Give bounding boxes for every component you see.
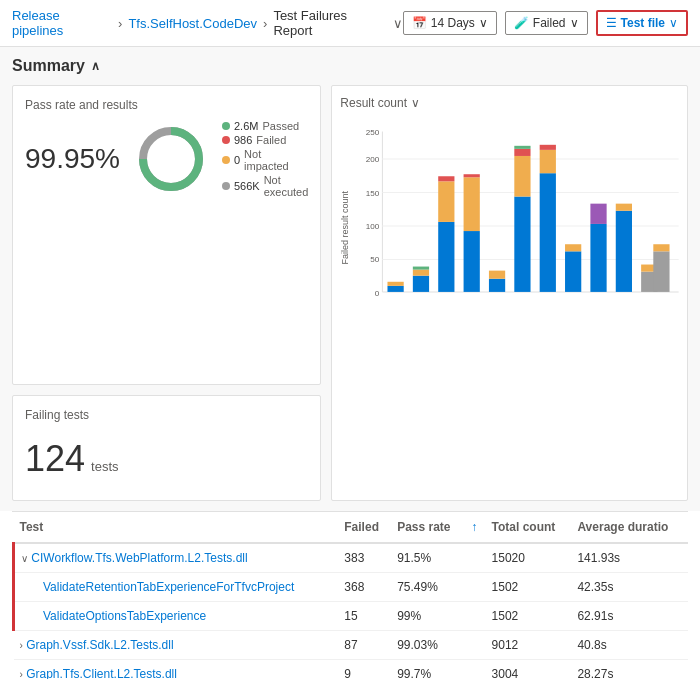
- pass-rate-card: Pass rate and results 99.95%: [12, 85, 321, 385]
- pass-rate-title[interactable]: Pass rate and results: [25, 98, 308, 112]
- svg-rect-44: [654, 244, 670, 251]
- svg-rect-22: [439, 176, 455, 181]
- breadcrumb-chevron-2: ›: [263, 16, 267, 31]
- row1a-passrate: 75.49%: [391, 573, 465, 602]
- calendar-icon: 📅: [412, 16, 427, 30]
- row1b-failed: 15: [338, 602, 391, 631]
- row2-expand-icon[interactable]: ›: [20, 640, 23, 651]
- table-header: Test Failed Pass rate ↑ Total count Aver…: [14, 512, 689, 543]
- svg-text:100: 100: [366, 222, 380, 231]
- breadcrumb-dropdown-icon[interactable]: ∨: [393, 16, 403, 31]
- col-totalcount: Total count: [486, 512, 572, 543]
- svg-rect-40: [616, 204, 632, 211]
- svg-text:150: 150: [366, 189, 380, 198]
- svg-rect-33: [540, 150, 556, 173]
- col-sort[interactable]: ↑: [465, 512, 485, 543]
- testfile-filter-chevron: ∨: [669, 16, 678, 30]
- not-executed-count: 566K: [234, 180, 260, 192]
- table-row: ∨ CIWorkflow.Tfs.WebPlatform.L2.Tests.dl…: [14, 543, 689, 573]
- breadcrumb-release-pipelines[interactable]: Release pipelines: [12, 8, 112, 38]
- svg-rect-32: [540, 173, 556, 292]
- row1b-test-name[interactable]: ValidateOptionsTabExperience: [43, 609, 206, 623]
- svg-rect-19: [413, 267, 429, 270]
- table-section: Test Failed Pass rate ↑ Total count Aver…: [0, 512, 700, 679]
- failed-count: 986: [234, 134, 252, 146]
- days-filter-label: 14 Days: [431, 16, 475, 30]
- row1a-test-cell: ValidateRetentionTabExperienceForTfvcPro…: [14, 573, 339, 602]
- not-impacted-count: 0: [234, 154, 240, 166]
- svg-rect-30: [515, 149, 531, 156]
- status-filter-chevron: ∨: [570, 16, 579, 30]
- failing-tests-content: 124 tests: [25, 430, 308, 488]
- row3-test-name[interactable]: Graph.Tfs.Client.L2.Tests.dll: [26, 667, 177, 679]
- summary-collapse-icon[interactable]: ∧: [91, 59, 100, 73]
- result-count-title[interactable]: Result count ∨: [340, 96, 679, 110]
- svg-rect-24: [464, 177, 480, 231]
- summary-label: Summary: [12, 57, 85, 75]
- status-filter-button[interactable]: 🧪 Failed ∨: [505, 11, 588, 35]
- failing-unit: tests: [91, 459, 118, 474]
- testfile-filter-button[interactable]: ☰ Test file ∨: [596, 10, 688, 36]
- row1a-avgduration: 42.35s: [571, 573, 688, 602]
- row1-expand-icon[interactable]: ∨: [21, 553, 28, 564]
- legend-passed: 2.6M Passed: [222, 120, 308, 132]
- failing-count: 124: [25, 438, 85, 480]
- svg-rect-29: [515, 156, 531, 197]
- svg-rect-36: [565, 244, 581, 251]
- flask-icon: 🧪: [514, 16, 529, 30]
- row1a-test-name[interactable]: ValidateRetentionTabExperienceForTfvcPro…: [43, 580, 294, 594]
- passed-count: 2.6M: [234, 120, 258, 132]
- testfile-filter-label: Test file: [621, 16, 665, 30]
- status-filter-label: Failed: [533, 16, 566, 30]
- row2-test-cell: › Graph.Vssf.Sdk.L2.Tests.dll: [14, 631, 339, 660]
- row3-totalcount: 3004: [486, 660, 572, 680]
- row1-test-name[interactable]: CIWorkflow.Tfs.WebPlatform.L2.Tests.dll: [31, 551, 247, 565]
- chart-container: Failed result count 0 50 100 150 200 250: [340, 118, 679, 338]
- svg-rect-17: [413, 276, 429, 292]
- pass-rate-content: 99.95% 2.6M: [25, 120, 308, 198]
- summary-section: Summary ∧ Pass rate and results 99.95%: [0, 47, 700, 511]
- table-row: ValidateOptionsTabExperience 15 99% 1502…: [14, 602, 689, 631]
- days-filter-button[interactable]: 📅 14 Days ∨: [403, 11, 497, 35]
- svg-text:50: 50: [371, 255, 381, 264]
- bar-chart-svg: 0 50 100 150 200 250: [354, 118, 679, 338]
- row1-passrate: 91.5%: [391, 543, 465, 573]
- failed-dot: [222, 136, 230, 144]
- row1b-passrate: 99%: [391, 602, 465, 631]
- col-passrate: Pass rate: [391, 512, 465, 543]
- col-avgduration: Average duratio: [571, 512, 688, 543]
- header: Release pipelines › Tfs.SelfHost.CodeDev…: [0, 0, 700, 47]
- col-failed: Failed: [338, 512, 391, 543]
- row3-passrate: 99.7%: [391, 660, 465, 680]
- svg-rect-39: [616, 211, 632, 292]
- summary-title: Summary ∧: [12, 57, 688, 75]
- y-axis-label-container: Failed result count: [340, 118, 350, 338]
- svg-rect-18: [413, 270, 429, 276]
- row3-failed: 9: [338, 660, 391, 680]
- row1-test-cell: ∨ CIWorkflow.Tfs.WebPlatform.L2.Tests.dl…: [14, 543, 339, 573]
- row3-expand-icon[interactable]: ›: [20, 669, 23, 679]
- not-executed-dot: [222, 182, 230, 190]
- svg-rect-20: [439, 222, 455, 292]
- header-filters: 📅 14 Days ∨ 🧪 Failed ∨ ☰ Test file ∨: [403, 10, 688, 36]
- row2-avgduration: 40.8s: [571, 631, 688, 660]
- svg-rect-38: [591, 204, 607, 224]
- breadcrumb-selfhost[interactable]: Tfs.SelfHost.CodeDev: [128, 16, 257, 31]
- failed-label: Failed: [256, 134, 286, 146]
- row2-failed: 87: [338, 631, 391, 660]
- days-filter-chevron: ∨: [479, 16, 488, 30]
- donut-chart: [136, 124, 206, 194]
- row3-sort: [465, 660, 485, 680]
- breadcrumb-chevron-1: ›: [118, 16, 122, 31]
- row3-test-cell: › Graph.Tfs.Client.L2.Tests.dll: [14, 660, 339, 680]
- failing-tests-title: Failing tests: [25, 408, 308, 422]
- row2-sort: [465, 631, 485, 660]
- row1b-totalcount: 1502: [486, 602, 572, 631]
- svg-text:2018-08-22: 2018-08-22: [354, 337, 361, 338]
- row1b-sort: [465, 602, 485, 631]
- row2-test-name[interactable]: Graph.Vssf.Sdk.L2.Tests.dll: [26, 638, 173, 652]
- breadcrumb-current: Test Failures Report: [273, 8, 386, 38]
- chart-svg-wrapper: 0 50 100 150 200 250: [354, 118, 679, 338]
- left-column: Pass rate and results 99.95%: [12, 85, 321, 501]
- table-body: ∨ CIWorkflow.Tfs.WebPlatform.L2.Tests.dl…: [14, 543, 689, 679]
